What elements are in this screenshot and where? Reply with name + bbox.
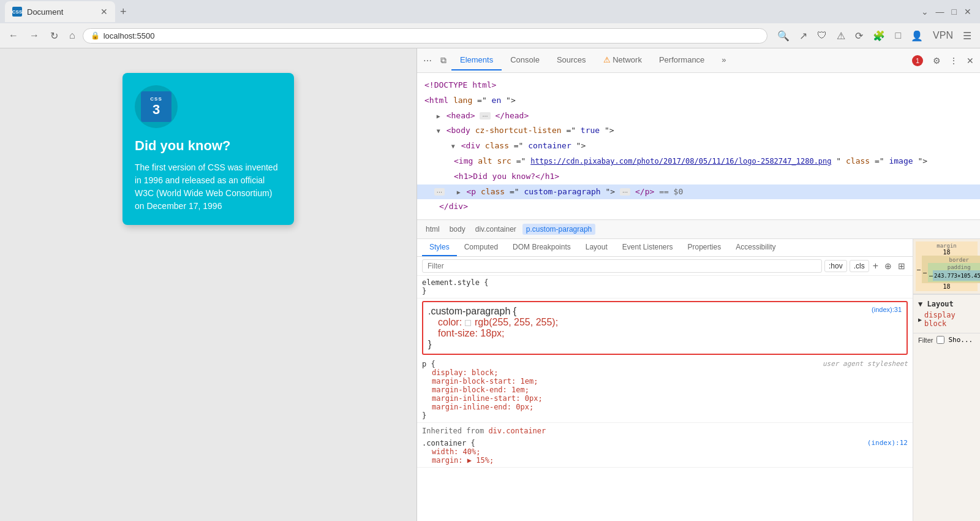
warning-icon[interactable]: ⚠	[833, 28, 849, 44]
style-tab-accessibility[interactable]: Accessibility	[728, 239, 783, 256]
close-devtools-button[interactable]: ✕	[963, 53, 978, 68]
dom-line-body[interactable]: ▼ <body cz-shortcut-listen =" true ">	[417, 123, 980, 139]
forward-button[interactable]: →	[26, 28, 43, 44]
show-checkbox[interactable]	[937, 336, 944, 344]
browser-tab-active[interactable]: CSS Document ✕	[5, 1, 115, 22]
inspect-element-button[interactable]: ⋯	[420, 53, 435, 68]
custom-para-selector-line: .custom-paragraph { (index):31	[428, 306, 902, 317]
p-display-line[interactable]: display: block;	[422, 368, 908, 377]
tab-network[interactable]: Network	[595, 50, 650, 70]
container-width-line[interactable]: width: 40%;	[422, 447, 908, 456]
tab-more[interactable]: »	[713, 50, 734, 70]
settings-button[interactable]: ⚙	[929, 53, 944, 68]
tab-elements[interactable]: Elements	[451, 50, 502, 70]
device-toolbar-button[interactable]: ⧉	[437, 53, 450, 68]
inherited-selector[interactable]: div.container	[488, 427, 546, 435]
box-model-visual: margin 18 – border – p	[913, 239, 980, 294]
div-triangle[interactable]: ▼	[451, 143, 455, 150]
custom-para-color-line[interactable]: color: rgb(255, 255, 255);	[428, 317, 902, 328]
browser-actions: 🔍 ↗ 🛡 ⚠ ⟳ 🧩 □ 👤 VPN ☰	[774, 28, 975, 44]
dom-line-head[interactable]: ▶ <head> ··· </head>	[417, 108, 980, 124]
custom-para-source[interactable]: (index):31	[872, 306, 902, 313]
tab-overflow-button[interactable]: ⌄	[918, 4, 932, 19]
head-ellipsis[interactable]: ···	[480, 112, 490, 120]
breadcrumb-html[interactable]: html	[422, 224, 443, 235]
pseudo-class-button[interactable]: :hov	[824, 260, 847, 272]
minimize-button[interactable]: —	[932, 4, 948, 19]
dom-line-h1[interactable]: <h1>Did you know?</h1>	[417, 169, 980, 184]
styles-filter-input[interactable]	[422, 259, 822, 273]
devtools-more-button[interactable]: ⋮	[946, 53, 962, 68]
url-bar[interactable]: 🔒 localhost:5500	[83, 28, 768, 44]
css-logo-text: CSS	[150, 96, 162, 102]
account-button[interactable]: 👤	[907, 28, 927, 44]
dom-line-div-close[interactable]: </div>	[417, 199, 980, 215]
p-margin-inline-end-line[interactable]: margin-inline-end: 0px;	[422, 403, 908, 411]
container-source[interactable]: (index):12	[867, 439, 908, 447]
back-button[interactable]: ←	[5, 28, 22, 44]
layout-title[interactable]: ▼ Layout	[918, 300, 975, 308]
style-tab-styles[interactable]: Styles	[422, 239, 457, 256]
p-user-agent-block: p { user agent stylesheet display: block…	[417, 357, 913, 423]
new-tab-button[interactable]: +	[115, 3, 132, 21]
shield-icon[interactable]: 🛡	[813, 28, 831, 44]
error-count-badge: 1	[912, 55, 923, 66]
container-margin-line[interactable]: margin: ▶ 15%;	[422, 456, 908, 465]
style-tab-properties[interactable]: Properties	[680, 239, 729, 256]
dom-line-doctype[interactable]: <!DOCTYPE html>	[417, 78, 980, 93]
breadcrumb: html body div.container p.custom-paragra…	[417, 220, 980, 239]
close-window-button[interactable]: ✕	[960, 4, 975, 19]
p-triangle[interactable]: ▶	[457, 189, 461, 196]
maximize-button[interactable]: □	[948, 4, 960, 19]
p-content-dots[interactable]: ···	[620, 188, 630, 196]
layout-section: ▼ Layout ▶ display block	[913, 294, 980, 333]
dom-line-p-selected[interactable]: ··· ▶ <p class =" custom-paragraph "> ··…	[417, 184, 980, 200]
container-block: .container { (index):12 width: 40%; marg…	[417, 436, 913, 468]
display-expand-triangle[interactable]: ▶	[918, 316, 922, 323]
breadcrumb-div-container[interactable]: div.container	[472, 224, 520, 235]
home-button[interactable]: ⌂	[66, 28, 79, 44]
style-tab-layout[interactable]: Layout	[578, 239, 615, 256]
refresh-button[interactable]: ↻	[47, 28, 62, 44]
tab-performance[interactable]: Performance	[650, 50, 713, 70]
body-triangle[interactable]: ▼	[437, 127, 440, 134]
bookmark-button[interactable]: □	[891, 28, 905, 44]
margin-box: margin 18 – border – p	[916, 241, 978, 291]
zoom-button[interactable]: 🔍	[774, 28, 793, 44]
p-line-dots[interactable]: ···	[434, 188, 445, 196]
share-button[interactable]: ↗	[796, 28, 811, 44]
style-tab-dom-breakpoints[interactable]: DOM Breakpoints	[505, 239, 578, 256]
menu-button[interactable]: ☰	[959, 28, 975, 44]
breadcrumb-p-custom[interactable]: p.custom-paragraph	[522, 224, 595, 235]
p-margin-block-end-line[interactable]: margin-block-end: 1em;	[422, 386, 908, 394]
card-text: The first version of CSS was invented in…	[135, 161, 282, 213]
color-swatch[interactable]	[465, 320, 471, 326]
style-tab-computed[interactable]: Computed	[457, 239, 505, 256]
extensions-button[interactable]: 🧩	[869, 28, 889, 44]
add-style-rule-button[interactable]: +	[872, 259, 880, 273]
dom-line-div[interactable]: ▼ <div class =" container ">	[417, 139, 980, 154]
img-src-link[interactable]: https://cdn.pixabay.com/photo/2017/08/05…	[530, 157, 831, 165]
p-margin-inline-start-line[interactable]: margin-inline-start: 0px;	[422, 394, 908, 403]
class-filter-button[interactable]: .cls	[850, 260, 869, 272]
new-style-rule-icon[interactable]: ⊕	[882, 260, 894, 272]
vpn-button[interactable]: VPN	[929, 28, 957, 44]
style-tab-event-listeners[interactable]: Event Listeners	[615, 239, 680, 256]
tab-console[interactable]: Console	[502, 50, 548, 70]
dom-line-img[interactable]: <img alt src =" https://cdn.pixabay.com/…	[417, 154, 980, 169]
tab-sources[interactable]: Sources	[548, 50, 595, 70]
custom-para-fontsize-line[interactable]: font-size: 18px;	[428, 328, 902, 339]
dom-line-html[interactable]: <html lang =" en ">	[417, 93, 980, 108]
head-triangle[interactable]: ▶	[437, 113, 440, 120]
devtools-panel: ⋯ ⧉ Elements Console Sources Network Per…	[417, 48, 980, 521]
toggle-element-state-icon[interactable]: ⊞	[895, 260, 908, 272]
devtools-error-indicator: 1	[907, 55, 928, 66]
p-selector-line: p { user agent stylesheet	[422, 360, 908, 368]
p-margin-block-start-line[interactable]: margin-block-start: 1em;	[422, 377, 908, 386]
breadcrumb-body[interactable]: body	[446, 224, 469, 235]
layout-filter-button[interactable]: Filter	[918, 337, 933, 344]
sync-button[interactable]: ⟳	[851, 28, 867, 44]
tab-close-button[interactable]: ✕	[100, 7, 108, 17]
display-value: display block	[924, 311, 956, 328]
margin-left-value: –	[917, 266, 921, 273]
